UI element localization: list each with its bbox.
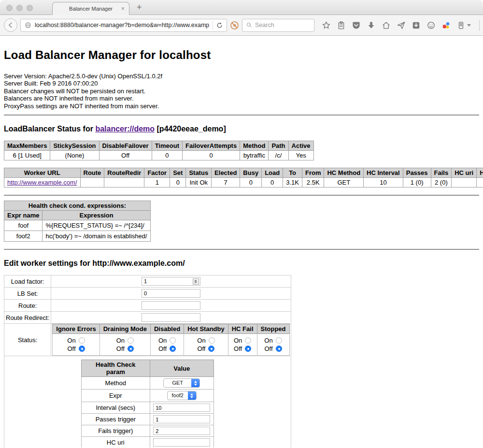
col-header: Value bbox=[150, 360, 213, 377]
hc-expressions-table: Health check cond. expressions: Expr nam… bbox=[4, 201, 151, 242]
route-input[interactable] bbox=[142, 301, 200, 310]
divider bbox=[4, 115, 479, 116]
col-header: HC Expr bbox=[477, 168, 483, 178]
col-header: Status bbox=[186, 168, 212, 178]
status-cell-stopped: On Off bbox=[257, 334, 289, 356]
form-row-route: Route: bbox=[4, 300, 291, 312]
cell-disablefailover: Off bbox=[99, 151, 152, 160]
radio-on-draining-mode[interactable] bbox=[128, 337, 134, 344]
cell-active: Yes bbox=[288, 151, 313, 160]
heading-suffix: [p4420eeae_demo] bbox=[155, 125, 226, 133]
fails-trigger-input[interactable] bbox=[153, 427, 210, 435]
worker-url-link[interactable]: http://www.example.com/ bbox=[7, 179, 77, 186]
status-cell-hc-fail: On Off bbox=[228, 334, 257, 356]
radio-off-draining-mode[interactable] bbox=[128, 346, 134, 352]
heading-prefix: LoadBalancer Status for bbox=[4, 125, 95, 133]
bookmarks-clipboard-icon[interactable] bbox=[337, 21, 346, 30]
hc-uri-input[interactable] bbox=[153, 438, 210, 447]
field-label: Route Redirect: bbox=[4, 312, 51, 324]
cell-status: Init Ok bbox=[186, 178, 212, 188]
passes-trigger-input[interactable] bbox=[153, 415, 210, 423]
worker-table: Worker URL Route RouteRedir Factor Set S… bbox=[4, 168, 483, 188]
radio-off-disabled[interactable] bbox=[170, 346, 176, 352]
status-flags-table: Ignore Errors Draining Mode Disabled Hot… bbox=[52, 324, 289, 356]
hc-param-label: HC uri bbox=[81, 437, 150, 448]
cell-path: /c/ bbox=[269, 151, 288, 160]
plugin-blocked-icon[interactable] bbox=[230, 21, 239, 30]
cell-routeredir bbox=[104, 178, 144, 188]
cell-set: 0 bbox=[170, 178, 186, 188]
load-factor-input[interactable] bbox=[142, 277, 200, 286]
cell-failoverattempts: 0 bbox=[182, 151, 240, 160]
status-col-header: Hot Standby bbox=[184, 324, 228, 334]
radio-on-hc-fail[interactable] bbox=[245, 337, 251, 344]
search-input[interactable]: Search bbox=[242, 19, 314, 32]
download-panel-icon[interactable] bbox=[412, 21, 421, 30]
radio-on-disabled[interactable] bbox=[170, 337, 176, 344]
hc-param-row: Interval (secs) bbox=[81, 402, 213, 414]
radio-on-stopped[interactable] bbox=[276, 337, 282, 344]
divider bbox=[4, 249, 479, 250]
server-info-line: Balancers are NOT inherited from main se… bbox=[4, 95, 479, 102]
addon-dropdown-caret[interactable] bbox=[467, 24, 471, 27]
col-header: Load bbox=[262, 168, 283, 178]
hc-param-row: Fails trigger) bbox=[81, 425, 213, 437]
col-header: Fails bbox=[431, 168, 452, 178]
cell-method: bytraffic bbox=[240, 151, 269, 160]
radio-on-hot-standby[interactable] bbox=[209, 337, 215, 344]
radio-label-off: Off bbox=[234, 345, 242, 352]
home-icon[interactable] bbox=[382, 21, 391, 30]
tab-bar: Balancer Manager × + bbox=[0, 0, 483, 15]
expr-row: foof2 hc('body') =~ /domain is establish… bbox=[4, 231, 151, 242]
cell-fails: 2 (0) bbox=[431, 178, 452, 188]
send-plane-icon[interactable] bbox=[397, 21, 406, 30]
col-header: Timeout bbox=[152, 141, 182, 151]
status-col-header: Draining Mode bbox=[99, 324, 150, 334]
close-window-button[interactable] bbox=[6, 5, 13, 11]
cell-passes: 1 (0) bbox=[403, 178, 431, 188]
col-header: Expression bbox=[43, 211, 150, 220]
server-info: Server Version: Apache/2.5.0-dev (Unix) … bbox=[4, 72, 479, 110]
status-col-header: Disabled bbox=[150, 324, 184, 334]
addon-clipboard-icon[interactable] bbox=[456, 21, 471, 30]
cell-factor: 1 bbox=[144, 178, 170, 188]
route-redirect-input[interactable] bbox=[142, 313, 200, 322]
balancer-status-table: MaxMembers StickySession DisableFailover… bbox=[4, 141, 314, 160]
testpilot-dots-icon[interactable] bbox=[441, 21, 451, 30]
zoom-window-button[interactable] bbox=[27, 5, 33, 11]
col-header: StickySession bbox=[50, 141, 99, 151]
number-spinner[interactable] bbox=[193, 278, 199, 285]
radio-off-stopped[interactable] bbox=[276, 346, 282, 352]
form-row-hc-params: Health Check param Value Method GET bbox=[4, 356, 291, 448]
page-title: Load Balancer Manager for localhost bbox=[4, 36, 479, 62]
col-header: HC Method bbox=[324, 168, 364, 178]
status-col-header: HC Fail bbox=[228, 324, 257, 334]
status-col-header: Stopped bbox=[257, 324, 289, 334]
bookmark-star-icon[interactable] bbox=[322, 21, 331, 30]
url-bar[interactable]: localhost:8880/balancer-manager?b=demo&w… bbox=[20, 19, 227, 32]
col-header: Expr name bbox=[4, 211, 43, 220]
radio-on-ignore-errors[interactable] bbox=[79, 337, 85, 344]
radio-off-hot-standby[interactable] bbox=[208, 346, 214, 352]
radio-label-off: Off bbox=[116, 345, 125, 352]
radio-off-ignore-errors[interactable] bbox=[79, 346, 85, 352]
feedback-smiley-icon[interactable] bbox=[426, 21, 436, 30]
search-placeholder: Search bbox=[255, 22, 274, 29]
method-select[interactable]: GET bbox=[163, 378, 200, 388]
new-tab-button[interactable]: + bbox=[137, 2, 142, 13]
tab-title: Balancer Manager bbox=[69, 6, 113, 12]
radio-off-hc-fail[interactable] bbox=[245, 346, 251, 352]
lb-set-input[interactable] bbox=[142, 289, 200, 298]
expr-select[interactable]: foof2 bbox=[167, 391, 197, 400]
tab-close-icon[interactable]: × bbox=[121, 5, 125, 12]
minimize-window-button[interactable] bbox=[16, 5, 23, 11]
downloads-icon[interactable] bbox=[367, 21, 376, 30]
url-text[interactable]: localhost:8880/balancer-manager?b=demo&w… bbox=[35, 22, 210, 29]
tab-balancer-manager[interactable]: Balancer Manager × bbox=[52, 2, 129, 15]
back-button[interactable] bbox=[4, 18, 17, 32]
pocket-icon[interactable] bbox=[352, 21, 361, 30]
interval-input[interactable] bbox=[153, 404, 210, 412]
urlbar-divider bbox=[213, 21, 213, 30]
reload-icon[interactable] bbox=[216, 22, 223, 29]
balancer-demo-link[interactable]: balancer://demo bbox=[95, 125, 155, 133]
